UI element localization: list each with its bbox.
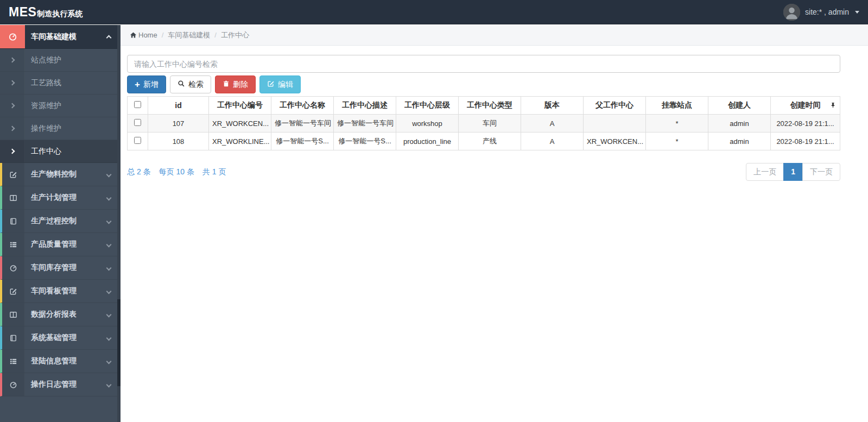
cell-version: A — [521, 133, 584, 150]
sidebar-group-system-basic-management[interactable]: 系统基础管理 — [0, 326, 121, 350]
sidebar-item-operation-maintenance[interactable]: 操作维护 — [0, 117, 121, 140]
sidebar-group-product-quality-management[interactable]: 产品质量管理 — [0, 233, 121, 256]
pin-icon[interactable] — [830, 102, 836, 110]
breadcrumb: Home / 车间基础建模 / 工作中心 — [121, 25, 868, 46]
column-header-level: 工作中心层级 — [396, 97, 459, 115]
page-1-button[interactable]: 1 — [783, 163, 803, 181]
plus-icon: + — [135, 80, 140, 89]
sidebar-group-label: 产品质量管理 — [25, 233, 107, 256]
chevron-right-icon — [0, 117, 25, 140]
book-icon — [2, 210, 25, 232]
row-checkbox[interactable] — [134, 119, 141, 126]
sidebar-item-resource-maintenance[interactable]: 资源维护 — [0, 95, 121, 117]
sidebar-group-label: 系统基础管理 — [25, 326, 107, 349]
cell-station: * — [646, 115, 708, 133]
sidebar-item-label: 站点维护 — [25, 49, 121, 71]
search-button-label: 检索 — [188, 80, 204, 90]
sidebar-group-label: 车间看板管理 — [25, 280, 107, 303]
sidebar-item-label: 资源维护 — [25, 95, 121, 117]
next-page-button[interactable]: 下一页 — [802, 163, 840, 181]
sidebar-group-label: 生产物料控制 — [25, 163, 107, 186]
cell-level: production_line — [396, 133, 459, 150]
cell-created: 2022-08-19 21:1... — [771, 115, 840, 133]
row-select-cell — [128, 133, 148, 150]
sidebar-group-workshop-basic-modeling[interactable]: 车间基础建模 — [0, 25, 121, 49]
sidebar-item-work-center[interactable]: 工作中心 — [0, 140, 121, 163]
sidebar-group-label: 数据分析报表 — [25, 303, 107, 326]
dashboard-icon — [2, 373, 25, 396]
sidebar-item-process-route[interactable]: 工艺路线 — [0, 72, 121, 95]
cell-code: XR_WORKLINE... — [209, 133, 271, 150]
select-all-cell — [128, 97, 148, 115]
sidebar-group-production-material-control[interactable]: 生产物料控制 — [0, 163, 121, 186]
search-icon — [178, 80, 185, 89]
table-row[interactable]: 108 XR_WORKLINE... 修一智能一号S... 修一智能一号S...… — [128, 133, 840, 150]
edit-button[interactable]: 编辑 — [259, 75, 301, 93]
select-all-checkbox[interactable] — [134, 101, 141, 108]
row-checkbox[interactable] — [134, 137, 141, 144]
sidebar-group-label: 操作日志管理 — [25, 373, 107, 396]
sidebar-group-login-info-management[interactable]: 登陆信息管理 — [0, 350, 121, 373]
sidebar: 车间基础建模 站点维护 工艺路线 资源维护 操作维护 工作中心 生产物料控制 — [0, 25, 121, 422]
row-select-cell — [128, 115, 148, 133]
dashboard-icon — [2, 256, 25, 279]
add-button[interactable]: + 新增 — [127, 75, 166, 93]
pagination: 上一页 1 下一页 — [746, 163, 840, 181]
sidebar-group-workshop-inventory-management[interactable]: 车间库存管理 — [0, 256, 121, 280]
app-logo-mes: MES — [9, 5, 36, 20]
avatar — [783, 4, 800, 21]
cell-created: 2022-08-19 21:1... — [771, 133, 840, 150]
column-header-created-label: 创建时间 — [790, 100, 821, 109]
columns-icon — [2, 303, 25, 326]
search-input[interactable] — [127, 55, 840, 73]
cell-type: 产线 — [459, 133, 521, 150]
column-header-code: 工作中心编号 — [209, 97, 271, 115]
breadcrumb-home[interactable]: Home — [130, 31, 157, 39]
work-center-table: id 工作中心编号 工作中心名称 工作中心描述 工作中心层级 工作中心类型 版本… — [127, 96, 840, 150]
page-count: 共 1 页 — [202, 167, 226, 177]
record-summary: 总 2 条 每页 10 条 共 1 页 — [127, 167, 226, 177]
table-row[interactable]: 107 XR_WORKCEN... 修一智能一号车间 修一智能一号车间 work… — [128, 115, 840, 133]
breadcrumb-level1: 车间基础建模 — [168, 30, 210, 40]
sidebar-item-label: 工作中心 — [25, 140, 121, 162]
cell-station: * — [646, 133, 708, 150]
cell-version: A — [521, 115, 584, 133]
cell-level: workshop — [396, 115, 459, 133]
trash-icon — [223, 80, 230, 89]
cell-type: 车间 — [459, 115, 521, 133]
sidebar-group-production-process-control[interactable]: 生产过程控制 — [0, 210, 121, 233]
home-icon — [130, 32, 137, 39]
cell-code: XR_WORKCEN... — [209, 115, 271, 133]
list-icon — [2, 350, 25, 373]
sidebar-group-operation-log-management[interactable]: 操作日志管理 — [0, 373, 121, 396]
sidebar-group-data-analysis-report[interactable]: 数据分析报表 — [0, 303, 121, 326]
book-icon — [2, 326, 25, 349]
prev-page-button[interactable]: 上一页 — [746, 163, 784, 181]
sidebar-item-label: 操作维护 — [25, 117, 121, 140]
column-header-type: 工作中心类型 — [459, 97, 521, 115]
chevron-right-icon — [0, 49, 25, 71]
sidebar-item-site-maintenance[interactable]: 站点维护 — [0, 49, 121, 72]
sidebar-group-workshop-kanban-management[interactable]: 车间看板管理 — [0, 280, 121, 303]
column-header-desc: 工作中心描述 — [334, 97, 396, 115]
column-header-station: 挂靠站点 — [646, 97, 708, 115]
breadcrumb-home-label: Home — [138, 31, 157, 39]
cell-desc: 修一智能一号车间 — [334, 115, 396, 133]
sidebar-group-production-plan-management[interactable]: 生产计划管理 — [0, 186, 121, 210]
per-page-count: 每页 10 条 — [159, 167, 194, 177]
chevron-right-icon — [0, 140, 25, 162]
main-content: Home / 车间基础建模 / 工作中心 + 新增 检索 — [121, 25, 868, 422]
edit-icon — [2, 163, 25, 186]
list-icon — [2, 233, 25, 256]
total-count: 总 2 条 — [127, 167, 151, 177]
delete-button-label: 删除 — [233, 80, 248, 90]
user-menu[interactable]: site:* , admin — [783, 4, 859, 21]
user-label: site:* , admin — [805, 8, 849, 16]
chevron-right-icon — [0, 72, 25, 94]
delete-button[interactable]: 删除 — [215, 75, 256, 93]
sidebar-group-label: 生产过程控制 — [25, 210, 107, 232]
edit-icon — [267, 80, 275, 89]
top-navbar: MES 制造执行系统 site:* , admin — [0, 0, 868, 24]
table-footer: 总 2 条 每页 10 条 共 1 页 上一页 1 下一页 — [127, 163, 840, 181]
search-button[interactable]: 检索 — [170, 75, 211, 93]
